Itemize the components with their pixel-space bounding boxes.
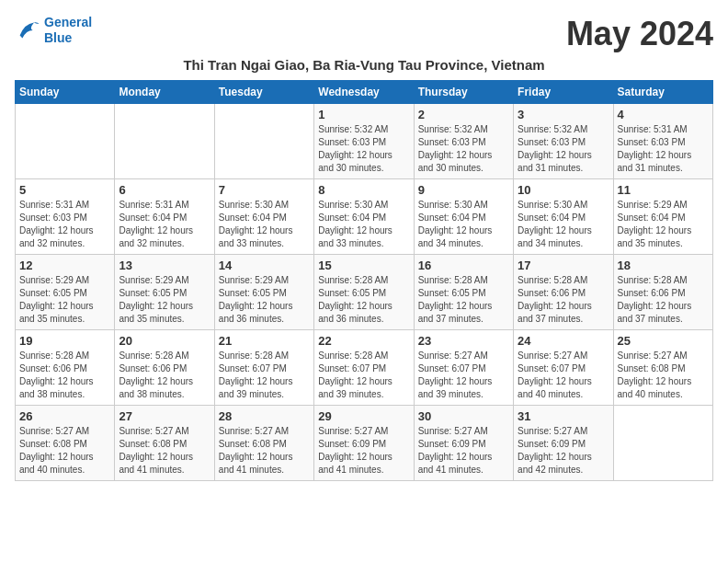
header-saturday: Saturday	[613, 81, 712, 104]
header-monday: Monday	[115, 81, 214, 104]
calendar-cell: 16Sunrise: 5:28 AM Sunset: 6:05 PM Dayli…	[414, 255, 513, 330]
day-info: Sunrise: 5:29 AM Sunset: 6:05 PM Dayligh…	[219, 274, 310, 326]
calendar-table: SundayMondayTuesdayWednesdayThursdayFrid…	[15, 80, 713, 481]
day-info: Sunrise: 5:27 AM Sunset: 6:09 PM Dayligh…	[518, 425, 609, 477]
day-info: Sunrise: 5:27 AM Sunset: 6:08 PM Dayligh…	[219, 425, 310, 477]
logo: General Blue	[15, 15, 92, 46]
header-sunday: Sunday	[16, 81, 115, 104]
day-info: Sunrise: 5:30 AM Sunset: 6:04 PM Dayligh…	[318, 199, 409, 250]
day-number: 2	[418, 108, 509, 121]
logo-text: General Blue	[44, 15, 92, 46]
day-info: Sunrise: 5:28 AM Sunset: 6:05 PM Dayligh…	[318, 274, 409, 326]
calendar-cell	[613, 406, 712, 481]
calendar-cell: 13Sunrise: 5:29 AM Sunset: 6:05 PM Dayli…	[115, 255, 214, 330]
calendar-week-row: 19Sunrise: 5:28 AM Sunset: 6:06 PM Dayli…	[16, 330, 713, 406]
calendar-cell: 12Sunrise: 5:29 AM Sunset: 6:05 PM Dayli…	[16, 255, 115, 330]
day-info: Sunrise: 5:28 AM Sunset: 6:06 PM Dayligh…	[119, 350, 210, 401]
calendar-cell: 7Sunrise: 5:30 AM Sunset: 6:04 PM Daylig…	[214, 179, 313, 255]
day-number: 3	[518, 108, 609, 121]
day-info: Sunrise: 5:28 AM Sunset: 6:06 PM Dayligh…	[618, 274, 709, 326]
calendar-cell	[16, 104, 115, 179]
header-friday: Friday	[514, 81, 613, 104]
calendar-cell: 5Sunrise: 5:31 AM Sunset: 6:03 PM Daylig…	[16, 179, 115, 255]
day-number: 19	[19, 334, 110, 348]
day-number: 25	[618, 334, 709, 348]
day-number: 16	[418, 259, 509, 272]
calendar-cell: 17Sunrise: 5:28 AM Sunset: 6:06 PM Dayli…	[514, 255, 613, 330]
day-info: Sunrise: 5:28 AM Sunset: 6:07 PM Dayligh…	[219, 350, 310, 401]
day-number: 8	[318, 183, 409, 197]
day-info: Sunrise: 5:28 AM Sunset: 6:05 PM Dayligh…	[418, 274, 509, 326]
logo-line2: Blue	[44, 30, 72, 45]
day-info: Sunrise: 5:29 AM Sunset: 6:05 PM Dayligh…	[119, 274, 210, 326]
day-info: Sunrise: 5:31 AM Sunset: 6:04 PM Dayligh…	[119, 199, 210, 250]
day-number: 29	[318, 409, 409, 423]
calendar-cell: 10Sunrise: 5:30 AM Sunset: 6:04 PM Dayli…	[514, 179, 613, 255]
calendar-cell: 24Sunrise: 5:27 AM Sunset: 6:07 PM Dayli…	[514, 330, 613, 406]
day-info: Sunrise: 5:31 AM Sunset: 6:03 PM Dayligh…	[19, 199, 110, 250]
day-info: Sunrise: 5:30 AM Sunset: 6:04 PM Dayligh…	[418, 199, 509, 250]
day-number: 24	[518, 334, 609, 348]
calendar-cell: 14Sunrise: 5:29 AM Sunset: 6:05 PM Dayli…	[214, 255, 313, 330]
day-info: Sunrise: 5:27 AM Sunset: 6:08 PM Dayligh…	[618, 350, 709, 401]
day-info: Sunrise: 5:27 AM Sunset: 6:07 PM Dayligh…	[418, 350, 509, 401]
day-number: 4	[618, 108, 709, 121]
calendar-cell: 20Sunrise: 5:28 AM Sunset: 6:06 PM Dayli…	[115, 330, 214, 406]
day-info: Sunrise: 5:27 AM Sunset: 6:09 PM Dayligh…	[318, 425, 409, 477]
day-info: Sunrise: 5:29 AM Sunset: 6:05 PM Dayligh…	[19, 274, 110, 326]
calendar-cell: 6Sunrise: 5:31 AM Sunset: 6:04 PM Daylig…	[115, 179, 214, 255]
day-info: Sunrise: 5:27 AM Sunset: 6:09 PM Dayligh…	[418, 425, 509, 477]
header-wednesday: Wednesday	[314, 81, 414, 104]
calendar-cell: 26Sunrise: 5:27 AM Sunset: 6:08 PM Dayli…	[16, 406, 115, 481]
day-number: 30	[418, 409, 509, 423]
day-number: 22	[318, 334, 409, 348]
day-info: Sunrise: 5:27 AM Sunset: 6:07 PM Dayligh…	[518, 350, 609, 401]
calendar-cell: 31Sunrise: 5:27 AM Sunset: 6:09 PM Dayli…	[514, 406, 613, 481]
header-thursday: Thursday	[414, 81, 513, 104]
day-info: Sunrise: 5:28 AM Sunset: 6:06 PM Dayligh…	[19, 350, 110, 401]
calendar-week-row: 5Sunrise: 5:31 AM Sunset: 6:03 PM Daylig…	[16, 179, 713, 255]
calendar-cell: 15Sunrise: 5:28 AM Sunset: 6:05 PM Dayli…	[314, 255, 414, 330]
calendar-cell: 28Sunrise: 5:27 AM Sunset: 6:08 PM Dayli…	[214, 406, 313, 481]
day-info: Sunrise: 5:32 AM Sunset: 6:03 PM Dayligh…	[518, 123, 609, 175]
calendar-cell: 23Sunrise: 5:27 AM Sunset: 6:07 PM Dayli…	[414, 330, 513, 406]
day-info: Sunrise: 5:31 AM Sunset: 6:03 PM Dayligh…	[618, 123, 709, 175]
day-info: Sunrise: 5:30 AM Sunset: 6:04 PM Dayligh…	[219, 199, 310, 250]
day-number: 1	[318, 108, 409, 121]
day-number: 6	[119, 183, 210, 197]
day-info: Sunrise: 5:29 AM Sunset: 6:04 PM Dayligh…	[618, 199, 709, 250]
day-number: 31	[518, 409, 609, 423]
calendar-week-row: 26Sunrise: 5:27 AM Sunset: 6:08 PM Dayli…	[16, 406, 713, 481]
day-number: 20	[119, 334, 210, 348]
page-header: General Blue May 2024	[15, 15, 713, 53]
calendar-cell: 3Sunrise: 5:32 AM Sunset: 6:03 PM Daylig…	[514, 104, 613, 179]
calendar-cell: 9Sunrise: 5:30 AM Sunset: 6:04 PM Daylig…	[414, 179, 513, 255]
day-info: Sunrise: 5:32 AM Sunset: 6:03 PM Dayligh…	[418, 123, 509, 175]
calendar-cell: 29Sunrise: 5:27 AM Sunset: 6:09 PM Dayli…	[314, 406, 414, 481]
calendar-cell: 25Sunrise: 5:27 AM Sunset: 6:08 PM Dayli…	[613, 330, 712, 406]
day-number: 13	[119, 259, 210, 272]
calendar-cell: 2Sunrise: 5:32 AM Sunset: 6:03 PM Daylig…	[414, 104, 513, 179]
day-number: 23	[418, 334, 509, 348]
day-info: Sunrise: 5:27 AM Sunset: 6:08 PM Dayligh…	[19, 425, 110, 477]
calendar-header-row: SundayMondayTuesdayWednesdayThursdayFrid…	[16, 81, 713, 104]
day-info: Sunrise: 5:30 AM Sunset: 6:04 PM Dayligh…	[518, 199, 609, 250]
day-info: Sunrise: 5:32 AM Sunset: 6:03 PM Dayligh…	[318, 123, 409, 175]
logo-line1: General	[44, 15, 92, 29]
calendar-week-row: 12Sunrise: 5:29 AM Sunset: 6:05 PM Dayli…	[16, 255, 713, 330]
day-number: 10	[518, 183, 609, 197]
calendar-cell	[214, 104, 313, 179]
day-number: 9	[418, 183, 509, 197]
calendar-cell	[115, 104, 214, 179]
day-info: Sunrise: 5:28 AM Sunset: 6:06 PM Dayligh…	[518, 274, 609, 326]
calendar-cell: 18Sunrise: 5:28 AM Sunset: 6:06 PM Dayli…	[613, 255, 712, 330]
header-tuesday: Tuesday	[214, 81, 313, 104]
calendar-cell: 19Sunrise: 5:28 AM Sunset: 6:06 PM Dayli…	[16, 330, 115, 406]
calendar-subtitle: Thi Tran Ngai Giao, Ba Ria-Vung Tau Prov…	[15, 57, 713, 73]
day-number: 15	[318, 259, 409, 272]
month-title: May 2024	[566, 15, 713, 53]
calendar-cell: 22Sunrise: 5:28 AM Sunset: 6:07 PM Dayli…	[314, 330, 414, 406]
day-number: 28	[219, 409, 310, 423]
calendar-cell: 11Sunrise: 5:29 AM Sunset: 6:04 PM Dayli…	[613, 179, 712, 255]
day-number: 21	[219, 334, 310, 348]
